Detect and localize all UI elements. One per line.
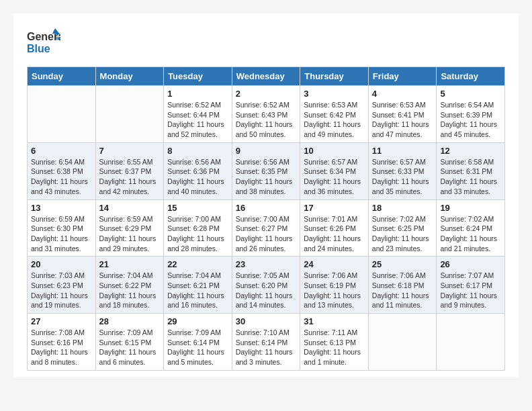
calendar-cell: 22Sunrise: 7:04 AM Sunset: 6:21 PM Dayli… — [164, 257, 232, 314]
header: General Blue — [27, 27, 505, 60]
day-number: 22 — [167, 259, 228, 269]
calendar-cell: 24Sunrise: 7:06 AM Sunset: 6:19 PM Dayli… — [300, 257, 369, 314]
calendar-cell: 9Sunrise: 6:56 AM Sunset: 6:35 PM Daylig… — [232, 142, 300, 199]
day-info: Sunrise: 7:00 AM Sunset: 6:27 PM Dayligh… — [236, 214, 297, 254]
day-info: Sunrise: 7:06 AM Sunset: 6:18 PM Dayligh… — [372, 271, 433, 310]
weekday-header-cell: Thursday — [300, 67, 369, 86]
calendar-table: SundayMondayTuesdayWednesdayThursdayFrid… — [27, 66, 505, 371]
weekday-header-cell: Sunday — [28, 67, 96, 86]
weekday-header-cell: Saturday — [437, 67, 505, 86]
day-info: Sunrise: 7:01 AM Sunset: 6:26 PM Dayligh… — [304, 214, 365, 254]
calendar-cell — [368, 314, 437, 371]
day-number: 24 — [304, 259, 365, 269]
day-number: 25 — [372, 259, 433, 269]
day-number: 6 — [31, 146, 92, 156]
weekday-header-cell: Tuesday — [164, 67, 232, 86]
day-info: Sunrise: 6:54 AM Sunset: 6:38 PM Dayligh… — [31, 157, 92, 197]
calendar-cell: 12Sunrise: 6:58 AM Sunset: 6:31 PM Dayli… — [437, 142, 505, 199]
calendar-cell: 21Sunrise: 7:04 AM Sunset: 6:22 PM Dayli… — [95, 257, 164, 314]
day-info: Sunrise: 6:56 AM Sunset: 6:35 PM Dayligh… — [236, 157, 297, 197]
calendar-cell: 10Sunrise: 6:57 AM Sunset: 6:34 PM Dayli… — [300, 142, 369, 199]
calendar-cell: 16Sunrise: 7:00 AM Sunset: 6:27 PM Dayli… — [232, 199, 300, 257]
day-number: 4 — [372, 89, 433, 99]
day-number: 5 — [440, 89, 501, 99]
day-number: 16 — [236, 203, 297, 213]
day-number: 28 — [99, 316, 161, 326]
calendar-cell: 11Sunrise: 6:57 AM Sunset: 6:33 PM Dayli… — [368, 142, 437, 199]
weekday-header-cell: Wednesday — [232, 67, 300, 86]
day-number: 13 — [31, 203, 92, 213]
day-number: 7 — [99, 146, 161, 156]
day-number: 18 — [372, 203, 433, 213]
calendar-cell: 17Sunrise: 7:01 AM Sunset: 6:26 PM Dayli… — [300, 199, 369, 257]
day-info: Sunrise: 7:07 AM Sunset: 6:17 PM Dayligh… — [440, 271, 501, 310]
calendar-cell: 7Sunrise: 6:55 AM Sunset: 6:37 PM Daylig… — [95, 142, 164, 199]
day-info: Sunrise: 6:52 AM Sunset: 6:44 PM Dayligh… — [167, 100, 228, 140]
calendar-cell: 14Sunrise: 6:59 AM Sunset: 6:29 PM Dayli… — [95, 199, 164, 257]
day-number: 8 — [167, 146, 228, 156]
day-info: Sunrise: 6:57 AM Sunset: 6:33 PM Dayligh… — [372, 157, 433, 197]
day-number: 26 — [440, 259, 501, 269]
day-info: Sunrise: 6:58 AM Sunset: 6:31 PM Dayligh… — [440, 157, 501, 197]
logo-icon: General Blue — [27, 27, 60, 57]
day-info: Sunrise: 7:06 AM Sunset: 6:19 PM Dayligh… — [304, 271, 365, 310]
calendar-cell: 1Sunrise: 6:52 AM Sunset: 6:44 PM Daylig… — [164, 86, 232, 143]
calendar-cell: 30Sunrise: 7:10 AM Sunset: 6:14 PM Dayli… — [232, 314, 300, 371]
day-number: 31 — [304, 316, 365, 326]
day-info: Sunrise: 6:59 AM Sunset: 6:29 PM Dayligh… — [99, 214, 161, 254]
calendar-week-row: 13Sunrise: 6:59 AM Sunset: 6:30 PM Dayli… — [28, 199, 505, 257]
calendar-cell: 19Sunrise: 7:02 AM Sunset: 6:24 PM Dayli… — [437, 199, 505, 257]
day-number: 12 — [440, 146, 501, 156]
weekday-header-row: SundayMondayTuesdayWednesdayThursdayFrid… — [28, 67, 505, 86]
day-info: Sunrise: 7:04 AM Sunset: 6:22 PM Dayligh… — [99, 271, 161, 310]
calendar-cell: 4Sunrise: 6:53 AM Sunset: 6:41 PM Daylig… — [368, 86, 437, 143]
calendar-cell: 13Sunrise: 6:59 AM Sunset: 6:30 PM Dayli… — [28, 199, 96, 257]
day-number: 21 — [99, 259, 161, 269]
day-info: Sunrise: 7:02 AM Sunset: 6:25 PM Dayligh… — [372, 214, 433, 254]
calendar-cell: 8Sunrise: 6:56 AM Sunset: 6:36 PM Daylig… — [164, 142, 232, 199]
calendar-week-row: 6Sunrise: 6:54 AM Sunset: 6:38 PM Daylig… — [28, 142, 505, 199]
day-number: 11 — [372, 146, 433, 156]
day-number: 2 — [236, 89, 297, 99]
day-info: Sunrise: 7:10 AM Sunset: 6:14 PM Dayligh… — [236, 328, 297, 367]
calendar-cell: 27Sunrise: 7:08 AM Sunset: 6:16 PM Dayli… — [28, 314, 96, 371]
calendar-week-row: 1Sunrise: 6:52 AM Sunset: 6:44 PM Daylig… — [28, 86, 505, 143]
weekday-header-cell: Friday — [368, 67, 437, 86]
calendar-cell — [28, 86, 96, 143]
calendar-cell: 25Sunrise: 7:06 AM Sunset: 6:18 PM Dayli… — [368, 257, 437, 314]
day-number: 20 — [31, 259, 92, 269]
calendar-cell — [437, 314, 505, 371]
calendar-cell: 29Sunrise: 7:09 AM Sunset: 6:14 PM Dayli… — [164, 314, 232, 371]
day-number: 29 — [167, 316, 228, 326]
calendar-week-row: 20Sunrise: 7:03 AM Sunset: 6:23 PM Dayli… — [28, 257, 505, 314]
calendar-cell: 31Sunrise: 7:11 AM Sunset: 6:13 PM Dayli… — [300, 314, 369, 371]
day-info: Sunrise: 6:55 AM Sunset: 6:37 PM Dayligh… — [99, 157, 161, 197]
day-number: 19 — [440, 203, 501, 213]
day-number: 1 — [167, 89, 228, 99]
weekday-header-cell: Monday — [95, 67, 164, 86]
calendar-cell: 28Sunrise: 7:09 AM Sunset: 6:15 PM Dayli… — [95, 314, 164, 371]
day-info: Sunrise: 6:53 AM Sunset: 6:42 PM Dayligh… — [304, 100, 365, 140]
day-info: Sunrise: 7:09 AM Sunset: 6:15 PM Dayligh… — [99, 328, 161, 367]
day-number: 23 — [236, 259, 297, 269]
day-info: Sunrise: 6:52 AM Sunset: 6:43 PM Dayligh… — [236, 100, 297, 140]
day-info: Sunrise: 7:11 AM Sunset: 6:13 PM Dayligh… — [304, 328, 365, 367]
day-info: Sunrise: 6:57 AM Sunset: 6:34 PM Dayligh… — [304, 157, 365, 197]
page: General Blue SundayMondayTuesdayWednesda… — [13, 13, 519, 377]
calendar-cell — [95, 86, 164, 143]
calendar-week-row: 27Sunrise: 7:08 AM Sunset: 6:16 PM Dayli… — [28, 314, 505, 371]
day-info: Sunrise: 7:04 AM Sunset: 6:21 PM Dayligh… — [167, 271, 228, 310]
calendar-cell: 15Sunrise: 7:00 AM Sunset: 6:28 PM Dayli… — [164, 199, 232, 257]
day-number: 15 — [167, 203, 228, 213]
logo: General Blue — [27, 27, 60, 60]
day-info: Sunrise: 7:03 AM Sunset: 6:23 PM Dayligh… — [31, 271, 92, 310]
day-info: Sunrise: 6:54 AM Sunset: 6:39 PM Dayligh… — [440, 100, 501, 140]
day-info: Sunrise: 6:56 AM Sunset: 6:36 PM Dayligh… — [167, 157, 228, 197]
svg-text:Blue: Blue — [27, 43, 50, 54]
calendar-cell: 6Sunrise: 6:54 AM Sunset: 6:38 PM Daylig… — [28, 142, 96, 199]
day-number: 17 — [304, 203, 365, 213]
calendar-cell: 20Sunrise: 7:03 AM Sunset: 6:23 PM Dayli… — [28, 257, 96, 314]
day-info: Sunrise: 6:59 AM Sunset: 6:30 PM Dayligh… — [31, 214, 92, 254]
calendar-body: 1Sunrise: 6:52 AM Sunset: 6:44 PM Daylig… — [28, 86, 505, 371]
calendar-cell: 18Sunrise: 7:02 AM Sunset: 6:25 PM Dayli… — [368, 199, 437, 257]
